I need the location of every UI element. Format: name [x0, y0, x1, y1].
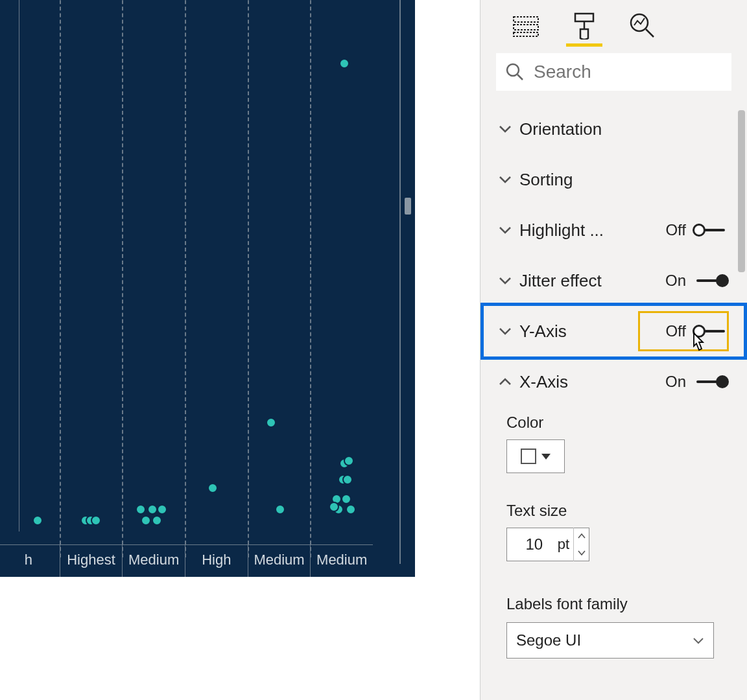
- x-axis-label: Medium: [310, 545, 373, 577]
- toggle-highlight[interactable]: [691, 224, 730, 237]
- section-label: Orientation: [514, 119, 735, 139]
- x-axis-label: h: [0, 545, 60, 577]
- data-point[interactable]: [157, 504, 167, 515]
- section-yaxis[interactable]: Y-AxisOff: [492, 306, 735, 356]
- section-label: X-Axis: [514, 372, 665, 392]
- data-point[interactable]: [329, 502, 339, 512]
- scatter-chart[interactable]: hHighestMediumHighMediumMedium: [0, 0, 415, 577]
- textsize-label: Text size: [506, 502, 735, 520]
- toggle-state: On: [665, 373, 686, 391]
- chart-scrollbar-track[interactable]: [405, 0, 411, 564]
- section-jitter[interactable]: Jitter effectOn: [492, 255, 735, 306]
- section-label: Highlight ...: [514, 220, 665, 240]
- data-point[interactable]: [339, 58, 350, 69]
- color-picker[interactable]: [506, 439, 565, 473]
- textsize-unit: pt: [558, 536, 573, 553]
- format-sections: OrientationSortingHighlight ...OffJitter…: [492, 104, 735, 659]
- analytics-tab[interactable]: [628, 12, 657, 40]
- section-label: Y-Axis: [514, 321, 665, 342]
- toggle-state: On: [665, 272, 686, 290]
- svg-point-7: [507, 64, 519, 76]
- data-point[interactable]: [266, 417, 276, 428]
- x-axis-label: Medium: [248, 545, 311, 577]
- format-tab[interactable]: [570, 12, 599, 40]
- data-point[interactable]: [342, 474, 353, 485]
- chevron-down-icon: [496, 175, 514, 184]
- section-xaxis[interactable]: X-AxisOn: [492, 356, 735, 407]
- data-point[interactable]: [344, 456, 354, 466]
- chevron-up-icon: [496, 377, 514, 386]
- font-family-value: Segoe UI: [516, 631, 581, 649]
- search-input[interactable]: [534, 62, 722, 82]
- data-point[interactable]: [275, 504, 285, 515]
- chevron-down-icon: [496, 226, 514, 235]
- toggle-state: Off: [665, 221, 686, 239]
- svg-rect-3: [575, 14, 593, 21]
- toggle-jitter[interactable]: [691, 274, 730, 287]
- section-sorting[interactable]: Sorting: [492, 154, 735, 205]
- color-swatch: [521, 449, 536, 464]
- format-panel: OrientationSortingHighlight ...OffJitter…: [480, 0, 747, 700]
- x-axis-label: High: [185, 545, 248, 577]
- data-point[interactable]: [141, 515, 151, 526]
- data-point[interactable]: [208, 483, 218, 493]
- section-highlight[interactable]: Highlight ...Off: [492, 205, 735, 255]
- data-point[interactable]: [152, 515, 162, 526]
- x-axis-label: Medium: [122, 545, 185, 577]
- font-family-dropdown[interactable]: Segoe UI: [506, 622, 714, 659]
- data-point[interactable]: [136, 504, 146, 515]
- section-label: Jitter effect: [514, 271, 665, 291]
- color-label: Color: [506, 414, 735, 432]
- section-label: Sorting: [514, 170, 735, 190]
- visual-canvas[interactable]: hHighestMediumHighMediumMedium: [0, 0, 480, 700]
- textsize-input[interactable]: 10pt: [506, 528, 589, 561]
- toggle-state: Off: [665, 322, 686, 340]
- search-icon: [505, 62, 525, 82]
- svg-line-8: [517, 75, 523, 80]
- data-point[interactable]: [147, 504, 158, 515]
- toggle-yaxis[interactable]: [691, 325, 730, 338]
- x-axis: hHighestMediumHighMediumMedium: [0, 544, 373, 577]
- textsize-value: 10: [507, 535, 558, 554]
- spinner-down-icon[interactable]: [574, 544, 589, 561]
- panel-tabs: [492, 0, 735, 41]
- toggle-xaxis[interactable]: [691, 375, 730, 388]
- fields-tab[interactable]: [512, 12, 540, 40]
- svg-line-6: [646, 29, 654, 37]
- data-point[interactable]: [346, 504, 356, 515]
- dropdown-caret-icon: [541, 454, 551, 460]
- search-box[interactable]: [496, 53, 731, 91]
- chevron-down-icon: [693, 636, 704, 644]
- x-axis-label: Highest: [60, 545, 123, 577]
- data-point[interactable]: [91, 515, 101, 526]
- chevron-down-icon: [496, 276, 514, 285]
- data-point[interactable]: [341, 494, 351, 504]
- svg-rect-1: [514, 25, 538, 30]
- data-point[interactable]: [32, 515, 43, 526]
- svg-rect-2: [514, 32, 538, 36]
- section-orientation[interactable]: Orientation: [492, 104, 735, 154]
- chart-scrollbar-thumb[interactable]: [405, 198, 411, 215]
- chevron-down-icon: [496, 124, 514, 134]
- chevron-down-icon: [496, 327, 514, 336]
- svg-rect-0: [514, 17, 538, 22]
- panel-scrollbar-thumb[interactable]: [738, 110, 745, 272]
- font-family-label: Labels font family: [506, 595, 735, 613]
- spinner-up-icon[interactable]: [574, 528, 589, 544]
